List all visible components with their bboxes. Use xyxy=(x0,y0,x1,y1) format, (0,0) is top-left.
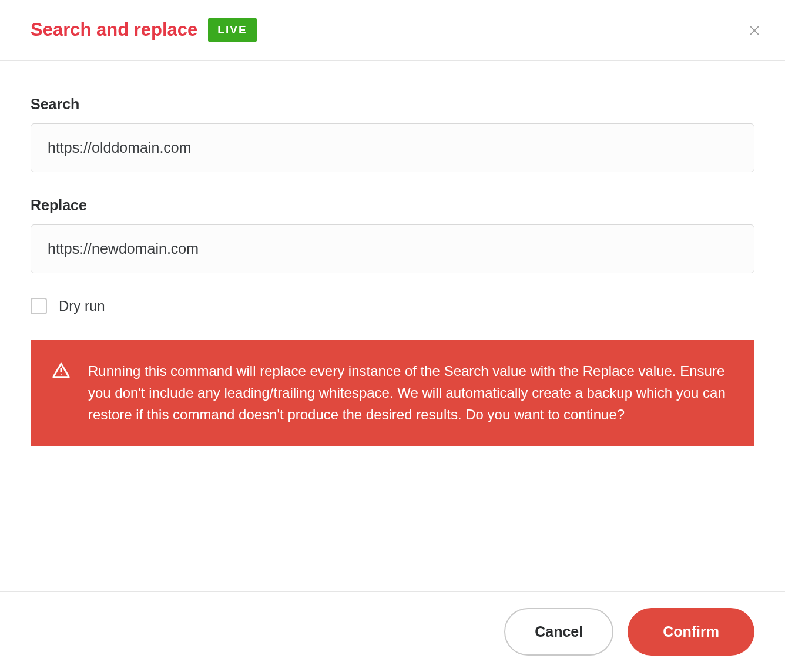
search-input[interactable] xyxy=(31,123,754,172)
page-title: Search and replace xyxy=(31,19,197,41)
replace-field-group: Replace xyxy=(31,197,754,273)
warning-icon xyxy=(52,361,71,382)
modal-header: Search and replace LIVE xyxy=(0,0,785,61)
replace-label: Replace xyxy=(31,197,754,214)
dry-run-label[interactable]: Dry run xyxy=(59,298,105,314)
cancel-button[interactable]: Cancel xyxy=(504,608,613,656)
warning-alert: Running this command will replace every … xyxy=(31,340,754,446)
live-badge: LIVE xyxy=(208,18,256,42)
dry-run-checkbox[interactable] xyxy=(31,298,47,314)
modal-footer: Cancel Confirm xyxy=(0,591,785,672)
dry-run-row: Dry run xyxy=(31,298,754,314)
search-label: Search xyxy=(31,96,754,113)
confirm-button[interactable]: Confirm xyxy=(628,608,754,656)
close-button[interactable] xyxy=(746,22,763,39)
close-icon xyxy=(748,24,761,37)
replace-input[interactable] xyxy=(31,224,754,273)
modal-content: Search Replace Dry run Running this comm… xyxy=(0,61,785,475)
svg-point-3 xyxy=(61,374,62,375)
warning-message: Running this command will replace every … xyxy=(88,360,731,426)
search-field-group: Search xyxy=(31,96,754,172)
